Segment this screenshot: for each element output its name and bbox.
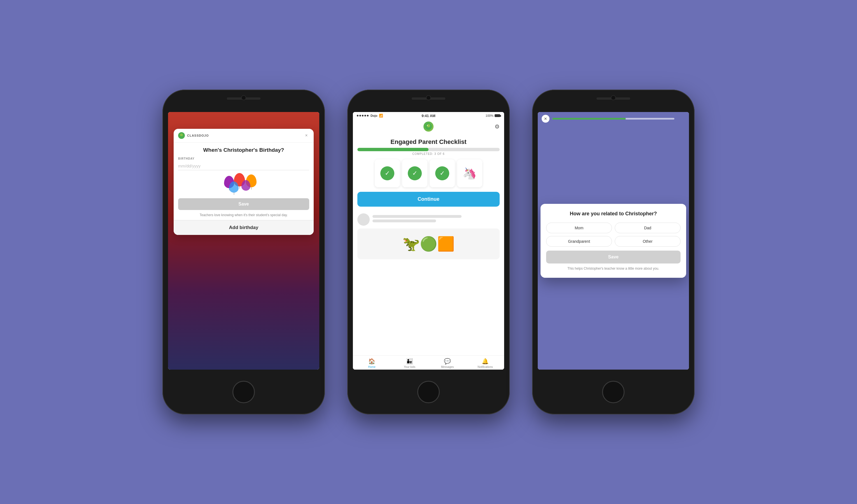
birthday-screen-bg: CLASSDOJO × When's Christopher's Birthda… <box>168 112 319 370</box>
user-info-lines <box>372 215 500 224</box>
svg-point-1 <box>180 134 183 136</box>
relationship-screen: ✕ How are you related to Christopher? Mo… <box>538 112 689 370</box>
phone-2-screen: Dojo 📶 9:41 AM 100% <box>353 112 504 370</box>
continue-button[interactable]: Continue <box>357 192 500 207</box>
nav-messages[interactable]: 💬 Messages <box>428 358 466 369</box>
balloon-illustration <box>178 173 309 196</box>
relationship-modal-note: This helps Christopher's teacher know a … <box>546 266 680 271</box>
home-nav-label: Home <box>368 365 375 369</box>
modal-close-button[interactable]: × <box>304 133 309 138</box>
settings-icon[interactable]: ⚙ <box>494 123 500 130</box>
add-birthday-button[interactable]: Add birthday <box>174 220 314 235</box>
modal-header: CLASSDOJO × <box>174 129 314 142</box>
notifications-nav-label: Notifications <box>477 365 493 369</box>
phone-2: Dojo 📶 9:41 AM 100% <box>347 89 510 415</box>
app-logo <box>423 121 434 132</box>
modal-body: When's Christopher's Birthday? BIRTHDAY … <box>174 142 314 226</box>
dad-button[interactable]: Dad <box>615 223 680 233</box>
home-button-2[interactable] <box>417 381 440 403</box>
mom-button[interactable]: Mom <box>546 223 612 233</box>
signal-dot-4 <box>364 115 366 117</box>
nav-notifications[interactable]: 🔔 Notifications <box>466 358 504 369</box>
other-button[interactable]: Other <box>615 236 680 247</box>
kids-nav-icon: 👨‍👧 <box>406 358 413 365</box>
checklist-screen: Dojo 📶 9:41 AM 100% <box>353 112 504 370</box>
relationship-modal: How are you related to Christopher? Mom … <box>540 204 686 278</box>
check-circle-3: ✓ <box>435 166 449 180</box>
notifications-nav-icon: 🔔 <box>482 358 489 365</box>
messages-nav-icon: 💬 <box>444 358 451 365</box>
relationship-modal-title: How are you related to Christopher? <box>546 211 680 217</box>
birthday-modal-note: Teachers love knowing when it's their st… <box>178 213 309 218</box>
birthday-modal-title: When's Christopher's Birthday? <box>178 147 309 153</box>
main-progress-bar <box>357 148 500 151</box>
app-header: ⚙ <box>353 119 504 134</box>
nav-home[interactable]: 🏠 Home <box>353 358 391 369</box>
home-button-3[interactable] <box>602 381 624 403</box>
relationship-save-button[interactable]: Save <box>546 251 680 264</box>
close-icon: ✕ <box>544 117 547 121</box>
user-line-2 <box>372 219 436 222</box>
birthday-field-label: BIRTHDAY <box>178 157 309 160</box>
grandparent-button[interactable]: Grandparent <box>546 236 612 247</box>
photo-card: 🦖🟢🟧 <box>357 229 500 259</box>
user-placeholder <box>357 211 500 229</box>
svg-rect-2 <box>180 136 183 137</box>
status-time: 9:41 AM <box>421 114 435 118</box>
checklist-content: Engaged Parent Checklist COMPLETED: 3 OF… <box>353 134 504 355</box>
bottom-nav: 🏠 Home 👨‍👧 Your kids 💬 Messages 🔔 Notifi… <box>353 355 504 370</box>
main-progress-fill <box>357 148 428 151</box>
svg-point-6 <box>427 125 428 126</box>
check-card-1: ✓ <box>375 159 400 187</box>
status-bar: Dojo 📶 9:41 AM 100% <box>353 112 504 119</box>
home-nav-icon: 🏠 <box>368 358 375 365</box>
signal-dots: Dojo 📶 <box>357 114 383 118</box>
screen3-close-button[interactable]: ✕ <box>542 115 550 123</box>
top-progress-bar <box>552 118 674 120</box>
screen3-topbar: ✕ <box>538 112 689 125</box>
messages-nav-label: Messages <box>441 365 454 369</box>
checklist-screen-title: Engaged Parent Checklist <box>357 138 500 146</box>
check-card-3: ✓ <box>430 159 455 187</box>
signal-dot-2 <box>359 115 361 117</box>
next-card: 🦄 <box>457 159 482 187</box>
svg-rect-5 <box>426 128 431 129</box>
phone-1: CLASSDOJO × When's Christopher's Birthda… <box>163 89 325 415</box>
signal-dot-1 <box>357 115 358 117</box>
wifi-icon: 📶 <box>379 114 383 118</box>
user-line-1 <box>372 215 461 218</box>
check-circle-1: ✓ <box>380 166 394 180</box>
birthday-modal: CLASSDOJO × When's Christopher's Birthda… <box>174 129 314 235</box>
battery-area: 100% <box>486 114 500 117</box>
check-card-2: ✓ <box>402 159 427 187</box>
phone-1-screen: CLASSDOJO × When's Christopher's Birthda… <box>168 112 319 370</box>
battery-label: 100% <box>486 114 493 117</box>
classdojo-logo-icon <box>178 132 185 139</box>
battery-icon <box>494 114 500 117</box>
check-circle-2: ✓ <box>408 166 422 180</box>
completed-text: COMPLETED: 3 OF 6 <box>357 152 500 155</box>
checklist-cards-row: ✓ ✓ ✓ 🦄 <box>357 159 500 187</box>
nav-kids[interactable]: 👨‍👧 Your kids <box>391 358 428 369</box>
carrier-label: Dojo <box>371 114 377 117</box>
phone-3-screen: ✕ How are you related to Christopher? Mo… <box>538 112 689 370</box>
home-button-1[interactable] <box>233 381 255 403</box>
user-avatar-placeholder <box>357 213 370 226</box>
kids-nav-label: Your kids <box>404 365 415 369</box>
signal-dot-3 <box>362 115 364 117</box>
modal-brand: CLASSDOJO <box>187 134 304 137</box>
birthday-date-input[interactable]: mm/dd/yyyy <box>178 162 309 170</box>
top-progress-gray <box>626 118 674 120</box>
phone-3: ✕ How are you related to Christopher? Mo… <box>532 89 694 415</box>
top-progress-green <box>552 118 626 120</box>
signal-dot-5 <box>367 115 369 117</box>
relationship-options-grid: Mom Dad Grandparent Other <box>546 223 680 247</box>
save-birthday-button[interactable]: Save <box>178 198 309 210</box>
